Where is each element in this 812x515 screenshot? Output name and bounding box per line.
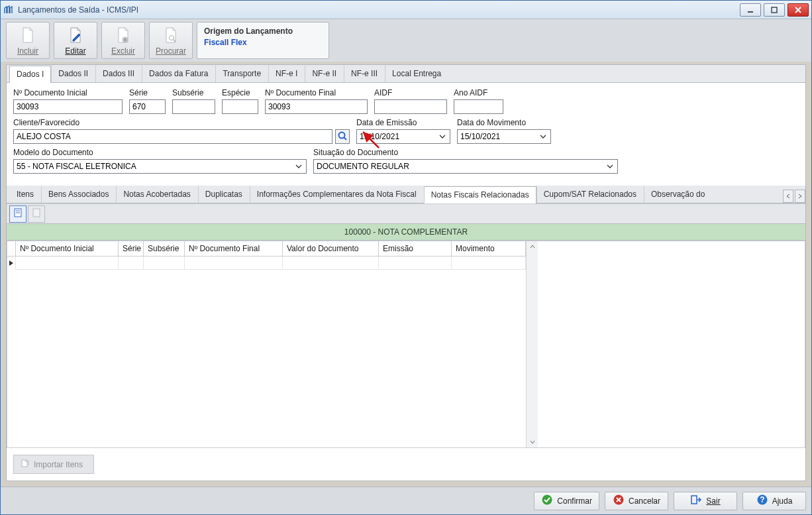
grid-col-serie[interactable]: Série [119, 241, 144, 256]
chevron-down-icon [537, 131, 549, 143]
document-search-icon [163, 26, 179, 44]
label-especie: Espécie [222, 88, 258, 97]
label-n-doc-inicial: Nº Documento Inicial [13, 88, 123, 97]
procurar-button[interactable]: Procurar [149, 22, 193, 59]
tab-nfe-iii[interactable]: NF-e III [344, 65, 385, 82]
tab-nfe-i[interactable]: NF-e I [268, 65, 305, 82]
combo-situacao[interactable]: DOCUMENTO REGULAR [313, 159, 618, 174]
cell-n-doc-inicial[interactable] [16, 257, 119, 270]
document-icon [13, 207, 23, 220]
cell-subserie[interactable] [144, 257, 185, 270]
grid-col-movimento[interactable]: Movimento [452, 241, 526, 256]
document-delete-icon [115, 26, 131, 44]
ajuda-button[interactable]: ? Ajuda [742, 492, 806, 510]
subtab-notas-acobertadas[interactable]: Notas Acobertadas [116, 186, 197, 203]
grid-add-button[interactable] [9, 205, 26, 223]
subtab-bens[interactable]: Bens Associados [41, 186, 116, 203]
cell-movimento[interactable] [452, 257, 526, 270]
subtab-scroll-right[interactable] [795, 190, 805, 203]
svg-text:?: ? [760, 495, 764, 504]
scroll-up-icon[interactable] [529, 243, 536, 250]
grid-col-marker [7, 241, 16, 256]
row-marker-icon [7, 257, 16, 270]
tab-nfe-ii[interactable]: NF-e II [305, 65, 344, 82]
cell-n-doc-final[interactable] [185, 257, 283, 270]
tab-dados-i[interactable]: Dados I [9, 66, 51, 83]
tab-dados-ii[interactable]: Dados II [51, 65, 95, 82]
input-ano-aidf[interactable] [454, 99, 503, 114]
grid-col-n-doc-final[interactable]: Nº Documento Final [185, 241, 283, 256]
cancel-circle-icon [613, 494, 625, 508]
input-n-doc-inicial[interactable] [13, 99, 123, 114]
procurar-label: Procurar [156, 46, 186, 56]
importar-itens-button[interactable]: Importar Itens [13, 455, 94, 474]
grid-banner: 100000 - NOTA COMPLEMENTAR [7, 223, 805, 241]
label-data-emissao: Data de Emissão [356, 118, 450, 127]
subtab-observacao[interactable]: Observação do [644, 186, 712, 203]
combo-modelo[interactable]: 55 - NOTA FISCAL ELETRONICA [13, 159, 307, 174]
input-aidf[interactable] [374, 99, 447, 114]
main-panel: Dados I Dados II Dados III Dados da Fatu… [6, 64, 806, 481]
grid-col-n-doc-inicial[interactable]: Nº Documento Inicial [16, 241, 119, 256]
combo-data-emissao[interactable]: 15/10/2021 [356, 129, 450, 144]
document-new-icon [20, 26, 36, 44]
subtab-itens[interactable]: Itens [9, 186, 41, 203]
origin-header: Origem do Lançamento [204, 27, 322, 36]
svg-rect-1 [772, 7, 777, 13]
footer: Confirmar Cancelar Sair ? Ajuda [1, 486, 811, 514]
excluir-label: Excluir [111, 46, 135, 56]
grid-remove-button[interactable] [28, 205, 45, 223]
maximize-button[interactable] [764, 3, 785, 17]
grid-vertical-scrollbar[interactable] [526, 241, 538, 447]
svg-point-13 [542, 495, 552, 505]
editar-button[interactable]: Editar [54, 22, 97, 59]
subtab-content: 100000 - NOTA COMPLEMENTAR Nº Documento … [7, 203, 805, 481]
cell-serie[interactable] [119, 257, 144, 270]
sair-button[interactable]: Sair [674, 492, 737, 510]
origin-box: Origem do Lançamento Fiscall Flex [197, 22, 329, 59]
import-icon [21, 459, 30, 470]
value-situacao: DOCUMENTO REGULAR [317, 162, 409, 171]
subtab-cupom-sat[interactable]: Cupom/SAT Relacionados [536, 186, 644, 203]
input-subserie[interactable] [172, 99, 215, 114]
confirmar-label: Confirmar [557, 496, 592, 506]
excluir-button[interactable]: Excluir [101, 22, 145, 59]
lookup-cliente-button[interactable] [335, 129, 350, 144]
tab-transporte[interactable]: Transporte [215, 65, 268, 82]
svg-rect-15 [691, 496, 697, 504]
incluir-button[interactable]: Incluir [6, 22, 50, 59]
subtab-notas-relacionadas[interactable]: Notas Fiscais Relacionadas [424, 186, 536, 203]
grid-col-subserie[interactable]: Subsérie [144, 241, 185, 256]
tab-dados-fatura[interactable]: Dados da Fatura [142, 65, 215, 82]
tab-dados-iii[interactable]: Dados III [95, 65, 142, 82]
grid-toolbar [7, 203, 805, 223]
confirmar-button[interactable]: Confirmar [534, 492, 599, 510]
grid-row[interactable] [7, 257, 526, 270]
grid-body[interactable] [7, 257, 526, 270]
svg-line-6 [344, 137, 347, 140]
search-icon [337, 131, 348, 143]
input-cliente[interactable] [13, 129, 332, 144]
value-data-emissao: 15/10/2021 [360, 132, 399, 141]
input-especie[interactable] [222, 99, 258, 114]
subtab-info-complementares[interactable]: Informações Complementares da Nota Fisca… [250, 186, 424, 203]
subtab-scroll-left[interactable] [783, 190, 793, 203]
cancelar-button[interactable]: Cancelar [605, 492, 668, 510]
tab-local-entrega[interactable]: Local Entrega [385, 65, 448, 82]
label-subserie: Subsérie [172, 88, 215, 97]
importar-itens-label: Importar Itens [34, 460, 83, 469]
input-n-doc-final[interactable] [265, 99, 368, 114]
chevron-down-icon [293, 160, 305, 172]
input-serie[interactable] [129, 99, 166, 114]
scroll-down-icon[interactable] [529, 439, 536, 445]
ajuda-label: Ajuda [772, 496, 793, 506]
grid-col-valor[interactable]: Valor do Documento [283, 241, 379, 256]
close-button[interactable] [787, 3, 809, 17]
label-data-movimento: Data do Movimento [457, 118, 551, 127]
grid-col-emissao[interactable]: Emissão [379, 241, 452, 256]
cell-valor[interactable] [283, 257, 379, 270]
minimize-button[interactable] [740, 3, 761, 17]
combo-data-movimento[interactable]: 15/10/2021 [457, 129, 551, 144]
subtab-duplicatas[interactable]: Duplicatas [198, 186, 250, 203]
cell-emissao[interactable] [379, 257, 452, 270]
